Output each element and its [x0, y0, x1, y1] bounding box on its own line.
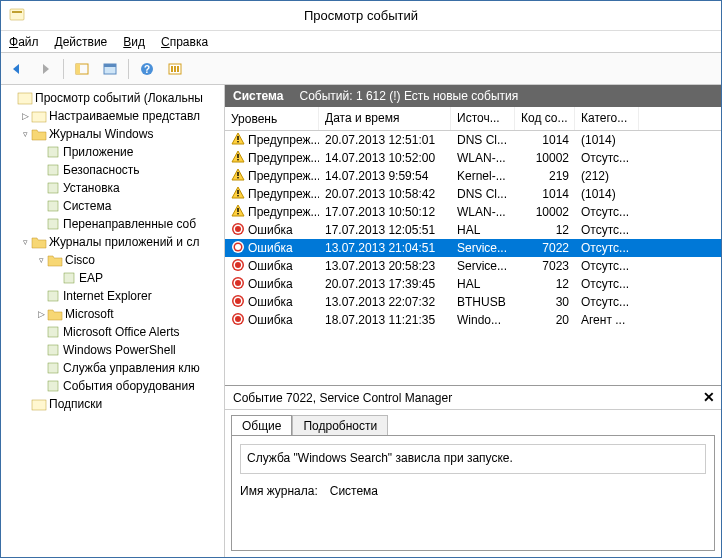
cell-code: 1014	[515, 187, 575, 201]
menu-view[interactable]: Вид	[123, 35, 145, 49]
menu-help[interactable]: Справка	[161, 35, 208, 49]
collapse-icon[interactable]: ▿	[19, 128, 31, 140]
log-icon	[45, 180, 61, 196]
svg-rect-16	[48, 183, 58, 193]
events-list[interactable]: Предупреж...20.07.2013 12:51:01DNS Cl...…	[225, 131, 721, 385]
cell-datetime: 14.07.2013 10:52:00	[319, 151, 451, 165]
event-row[interactable]: Ошибка13.07.2013 20:58:23Service...7023О…	[225, 257, 721, 275]
tree-subscriptions[interactable]: Подписки	[1, 395, 224, 413]
error-icon	[231, 294, 245, 311]
tab-details[interactable]: Подробности	[292, 415, 388, 436]
cell-datetime: 14.07.2013 9:59:54	[319, 169, 451, 183]
folder-icon	[31, 108, 47, 124]
tree-hardware-events[interactable]: События оборудования	[1, 377, 224, 395]
collapse-icon[interactable]: ▿	[35, 254, 47, 266]
warning-icon	[231, 150, 245, 167]
event-row[interactable]: Ошибка20.07.2013 17:39:45HAL12Отсутс...	[225, 275, 721, 293]
back-button[interactable]	[5, 57, 29, 81]
warning-icon	[231, 132, 245, 149]
tree-forwarded[interactable]: Перенаправленные соб	[1, 215, 224, 233]
svg-rect-34	[237, 208, 238, 212]
event-row[interactable]: Предупреж...14.07.2013 9:59:54Kernel-...…	[225, 167, 721, 185]
svg-point-44	[235, 262, 241, 268]
event-message: Служба "Windows Search" зависла при запу…	[240, 444, 706, 474]
column-level[interactable]: Уровень	[225, 107, 319, 130]
expand-icon[interactable]: ▷	[19, 110, 31, 122]
tree-cisco[interactable]: ▿ Cisco	[1, 251, 224, 269]
tree-windows-logs[interactable]: ▿ Журналы Windows	[1, 125, 224, 143]
tree-microsoft[interactable]: ▷ Microsoft	[1, 305, 224, 323]
tree-application[interactable]: Приложение	[1, 143, 224, 161]
event-row[interactable]: Предупреж...20.07.2013 10:58:42DNS Cl...…	[225, 185, 721, 203]
cell-code: 20	[515, 313, 575, 327]
collapse-icon[interactable]: ▿	[19, 236, 31, 248]
svg-point-38	[235, 226, 241, 232]
svg-rect-23	[48, 363, 58, 373]
log-icon	[61, 270, 77, 286]
menu-file[interactable]: Файл	[9, 35, 39, 49]
tree-system[interactable]: Система	[1, 197, 224, 215]
detail-body[interactable]: Служба "Windows Search" зависла при запу…	[231, 435, 715, 551]
expand-icon[interactable]: ▷	[35, 308, 47, 320]
tab-general[interactable]: Общие	[231, 415, 292, 436]
help-button[interactable]: ?	[135, 57, 159, 81]
svg-rect-30	[237, 172, 238, 176]
svg-rect-28	[237, 154, 238, 158]
cell-datetime: 20.07.2013 12:51:01	[319, 133, 451, 147]
tree-custom-views[interactable]: ▷ Настраиваемые представл	[1, 107, 224, 125]
svg-rect-5	[104, 64, 116, 67]
event-row[interactable]: Ошибка17.07.2013 12:05:51HAL12Отсутс...	[225, 221, 721, 239]
tree-office-alerts[interactable]: Microsoft Office Alerts	[1, 323, 224, 341]
column-category[interactable]: Катего...	[575, 107, 639, 130]
additional-button[interactable]	[163, 57, 187, 81]
events-columns: Уровень Дата и время Источ... Код со... …	[225, 107, 721, 131]
tree-key-mgmt[interactable]: Служба управления клю	[1, 359, 224, 377]
event-row[interactable]: Предупреж...20.07.2013 12:51:01DNS Cl...…	[225, 131, 721, 149]
log-icon	[45, 198, 61, 214]
column-datetime[interactable]: Дата и время	[319, 107, 451, 130]
separator	[63, 59, 64, 79]
svg-rect-19	[64, 273, 74, 283]
column-code[interactable]: Код со...	[515, 107, 575, 130]
event-row[interactable]: Предупреж...14.07.2013 10:52:00WLAN-...1…	[225, 149, 721, 167]
cell-category: (1014)	[575, 187, 639, 201]
tree-app-service-logs[interactable]: ▿ Журналы приложений и сл	[1, 233, 224, 251]
cell-level: Ошибка	[225, 294, 319, 311]
close-icon[interactable]: ✕	[703, 389, 715, 405]
window-title: Просмотр событий	[304, 8, 418, 23]
show-hide-tree-button[interactable]	[70, 57, 94, 81]
error-icon	[231, 222, 245, 239]
tree-root[interactable]: Просмотр событий (Локальны	[1, 89, 224, 107]
tree-security[interactable]: Безопасность	[1, 161, 224, 179]
collapse-icon[interactable]	[5, 92, 17, 104]
tree-horizontal-scrollbar[interactable]	[1, 541, 224, 557]
error-icon	[231, 258, 245, 275]
cell-level: Предупреж...	[225, 186, 319, 203]
cell-source: DNS Cl...	[451, 187, 515, 201]
menu-action[interactable]: Действие	[55, 35, 108, 49]
svg-rect-27	[237, 141, 238, 142]
cell-level: Предупреж...	[225, 132, 319, 149]
column-source[interactable]: Источ...	[451, 107, 515, 130]
svg-rect-17	[48, 201, 58, 211]
tree-powershell[interactable]: Windows PowerShell	[1, 341, 224, 359]
svg-text:?: ?	[144, 64, 150, 75]
cell-category: Отсутс...	[575, 295, 639, 309]
tree-setup[interactable]: Установка	[1, 179, 224, 197]
forward-button[interactable]	[33, 57, 57, 81]
event-row[interactable]: Предупреж...17.07.2013 10:50:12WLAN-...1…	[225, 203, 721, 221]
svg-rect-24	[48, 381, 58, 391]
cell-source: Kernel-...	[451, 169, 515, 183]
detail-pane: Событие 7022, Service Control Manager ✕ …	[225, 385, 721, 557]
tree-ie[interactable]: Internet Explorer	[1, 287, 224, 305]
cell-level: Предупреж...	[225, 168, 319, 185]
cell-code: 7023	[515, 259, 575, 273]
log-icon	[45, 378, 61, 394]
properties-button[interactable]	[98, 57, 122, 81]
tree-pane[interactable]: Просмотр событий (Локальны ▷ Настраиваем…	[1, 85, 225, 557]
cell-datetime: 17.07.2013 12:05:51	[319, 223, 451, 237]
event-row[interactable]: Ошибка13.07.2013 21:04:51Service...7022О…	[225, 239, 721, 257]
event-row[interactable]: Ошибка18.07.2013 11:21:35Windo...20Агент…	[225, 311, 721, 329]
event-row[interactable]: Ошибка13.07.2013 22:07:32BTHUSB30Отсутс.…	[225, 293, 721, 311]
tree-eap[interactable]: EAP	[1, 269, 224, 287]
